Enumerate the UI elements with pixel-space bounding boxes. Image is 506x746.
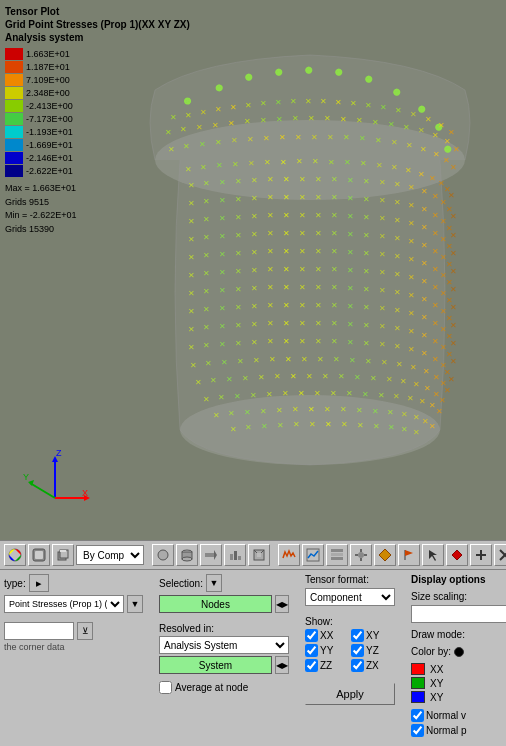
svg-text:✕: ✕ bbox=[228, 409, 235, 418]
svg-text:✕: ✕ bbox=[421, 349, 428, 358]
svg-text:Y: Y bbox=[23, 472, 29, 482]
svg-text:✕: ✕ bbox=[188, 289, 195, 298]
analysis-system-dropdown[interactable]: Analysis System bbox=[159, 636, 289, 654]
svg-text:✕: ✕ bbox=[394, 306, 401, 315]
pin-btn[interactable] bbox=[446, 544, 468, 566]
bottom-panel: type: ▸ Point Stresses (Prop 1) (t) ▼ ⊻ … bbox=[0, 570, 506, 746]
selection-arrow-btn[interactable]: ▼ bbox=[206, 574, 222, 592]
cube-btn[interactable] bbox=[52, 544, 74, 566]
nodes-nav-btn[interactable]: ◀▶ bbox=[275, 595, 289, 613]
wave-btn[interactable] bbox=[278, 544, 300, 566]
cylinder-btn[interactable] bbox=[176, 544, 198, 566]
flag-btn[interactable] bbox=[398, 544, 420, 566]
svg-text:✕: ✕ bbox=[394, 216, 401, 225]
type-expand-btn[interactable]: ▸ bbox=[29, 574, 49, 592]
svg-text:✕: ✕ bbox=[438, 121, 445, 130]
diamond-btn[interactable] bbox=[374, 544, 396, 566]
svg-text:✕: ✕ bbox=[372, 407, 379, 416]
color-xx-row: XX bbox=[411, 663, 506, 675]
normal-v-checkbox[interactable] bbox=[411, 709, 424, 722]
svg-text:✕: ✕ bbox=[347, 176, 354, 185]
nodes-btn[interactable]: Nodes bbox=[159, 595, 272, 613]
value-input[interactable] bbox=[4, 622, 74, 640]
svg-text:✕: ✕ bbox=[432, 337, 439, 346]
zx-checkbox[interactable] bbox=[351, 659, 364, 672]
plus-btn[interactable] bbox=[470, 544, 492, 566]
legend-value-label: 1.187E+01 bbox=[26, 62, 70, 72]
normal-p-row: Normal p bbox=[411, 724, 506, 737]
normal-p-checkbox[interactable] bbox=[411, 724, 424, 737]
zz-checkbox[interactable] bbox=[305, 659, 318, 672]
yy-checkbox[interactable] bbox=[305, 644, 318, 657]
svg-text:✕: ✕ bbox=[251, 302, 258, 311]
yz-checkbox[interactable] bbox=[351, 644, 364, 657]
arrow-btn[interactable] bbox=[200, 544, 222, 566]
svg-text:✕: ✕ bbox=[408, 291, 415, 300]
xx-checkbox[interactable] bbox=[305, 629, 318, 642]
svg-text:✕: ✕ bbox=[394, 270, 401, 279]
svg-text:✕: ✕ bbox=[218, 393, 225, 402]
svg-text:✕: ✕ bbox=[250, 391, 257, 400]
system-btn[interactable]: System bbox=[159, 656, 272, 674]
size-scaling-label: Size scaling: bbox=[411, 591, 467, 602]
legend-value-label: 2.348E+00 bbox=[26, 88, 70, 98]
color-circle-btn[interactable] bbox=[4, 544, 26, 566]
svg-text:✕: ✕ bbox=[335, 98, 342, 107]
color-by-radio[interactable] bbox=[454, 647, 464, 657]
svg-text:✕: ✕ bbox=[450, 163, 457, 172]
bar-chart-btn[interactable] bbox=[224, 544, 246, 566]
svg-line-381 bbox=[30, 483, 55, 498]
sphere-btn[interactable] bbox=[152, 544, 174, 566]
svg-text:✕: ✕ bbox=[444, 386, 451, 395]
average-checkbox[interactable] bbox=[159, 681, 172, 694]
svg-text:✕: ✕ bbox=[251, 266, 258, 275]
svg-text:Z: Z bbox=[56, 448, 62, 458]
svg-text:✕: ✕ bbox=[363, 177, 370, 186]
cross-btn[interactable] bbox=[494, 544, 506, 566]
system-nav-btn[interactable]: ◀▶ bbox=[275, 656, 289, 674]
table-btn[interactable] bbox=[326, 544, 348, 566]
cursor-btn[interactable] bbox=[422, 544, 444, 566]
svg-text:✕: ✕ bbox=[260, 99, 267, 108]
svg-text:✕: ✕ bbox=[283, 211, 290, 220]
gear-btn[interactable] bbox=[350, 544, 372, 566]
svg-text:⊕: ⊕ bbox=[365, 74, 373, 84]
type-row: type: ▸ bbox=[4, 574, 143, 592]
svg-text:✕: ✕ bbox=[432, 355, 439, 364]
size-scaling-input[interactable] bbox=[411, 605, 506, 623]
svg-text:✕: ✕ bbox=[188, 343, 195, 352]
svg-text:⊕: ⊕ bbox=[275, 67, 283, 77]
legend-colors: 1.663E+011.187E+017.109E+002.348E+00-2.4… bbox=[5, 48, 190, 177]
svg-text:✕: ✕ bbox=[235, 231, 242, 240]
svg-text:✕: ✕ bbox=[363, 339, 370, 348]
svg-marker-416 bbox=[405, 550, 413, 556]
svg-text:✕: ✕ bbox=[251, 320, 258, 329]
legend-color-swatch bbox=[5, 61, 23, 73]
graph-btn[interactable] bbox=[302, 544, 324, 566]
svg-text:✕: ✕ bbox=[379, 214, 386, 223]
apply-btn[interactable]: Apply bbox=[305, 683, 395, 705]
type-filter-btn[interactable]: ▼ bbox=[127, 595, 143, 613]
by-comp-dropdown[interactable]: By Comp bbox=[76, 545, 144, 565]
svg-text:✕: ✕ bbox=[188, 307, 195, 316]
svg-text:✕: ✕ bbox=[372, 118, 379, 127]
svg-text:✕: ✕ bbox=[405, 166, 412, 175]
legend-value-label: 7.109E+00 bbox=[26, 75, 70, 85]
svg-text:✕: ✕ bbox=[331, 301, 338, 310]
svg-text:✕: ✕ bbox=[251, 212, 258, 221]
svg-text:✕: ✕ bbox=[331, 337, 338, 346]
component-dropdown[interactable]: Component bbox=[305, 588, 395, 606]
xy-checkbox[interactable] bbox=[351, 629, 364, 642]
cube2-btn[interactable] bbox=[248, 544, 270, 566]
svg-text:✕: ✕ bbox=[403, 123, 410, 132]
svg-text:✕: ✕ bbox=[260, 116, 267, 125]
view-btn[interactable] bbox=[28, 544, 50, 566]
svg-rect-410 bbox=[360, 549, 362, 552]
svg-text:✕: ✕ bbox=[261, 422, 268, 431]
type-dropdown[interactable]: Point Stresses (Prop 1) (t) bbox=[4, 595, 124, 613]
svg-text:✕: ✕ bbox=[188, 271, 195, 280]
legend-value-label: -2.146E+01 bbox=[26, 153, 73, 163]
svg-rect-396 bbox=[205, 553, 214, 557]
svg-text:✕: ✕ bbox=[219, 340, 226, 349]
filter-icon-btn[interactable]: ⊻ bbox=[77, 622, 93, 640]
